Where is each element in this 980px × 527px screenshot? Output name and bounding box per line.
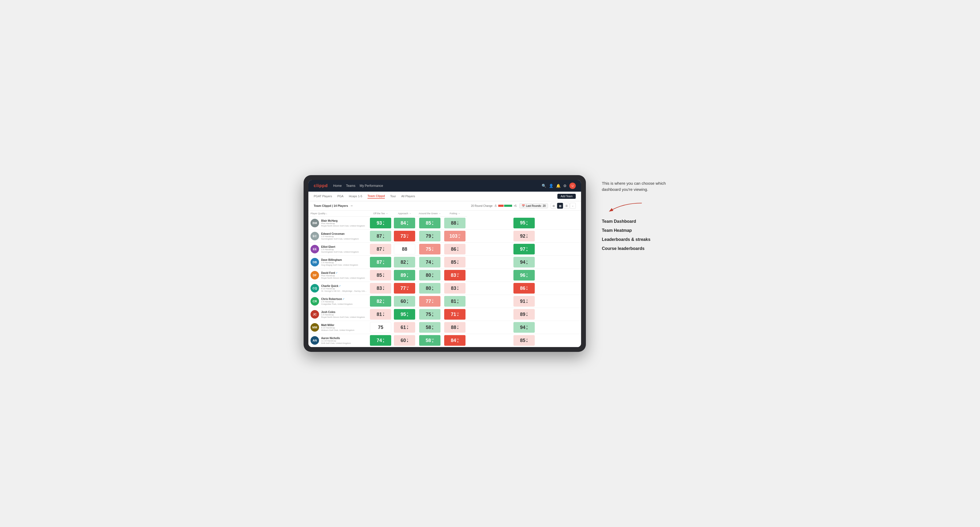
tab-tour[interactable]: Tour: [390, 195, 396, 198]
score-box: 824: [394, 257, 415, 268]
list-view-button[interactable]: ☰: [563, 203, 570, 209]
player-cell-3: DBDave Billingham1-5 HandicapGog Magog G…: [309, 256, 369, 269]
table-row[interactable]: EEElliot Ebert1-5 HandicapSunningdale Go…: [309, 243, 581, 256]
score-box: 823: [370, 296, 391, 306]
player-name: Dave Billingham: [321, 259, 366, 261]
change-min: -5: [494, 205, 497, 207]
table-row[interactable]: JCJosh Coles1-5 HandicapRoyal North Devo…: [309, 308, 581, 321]
up-arrow-icon: [457, 301, 459, 304]
table-row[interactable]: ANAaron Nicholls11-15 HandicapDrift Golf…: [309, 334, 581, 347]
table-row[interactable]: DBDave Billingham1-5 HandicapGog Magog G…: [309, 256, 581, 269]
add-team-button[interactable]: Add Team: [557, 194, 576, 199]
down-arrow-icon: [406, 288, 409, 290]
score-cell-around: 8310: [443, 269, 467, 282]
score-change: 7: [406, 273, 409, 278]
tab-bar: PGAT Players PGA Hcaps 1-5 Team Clippd T…: [309, 192, 581, 201]
up-arrow-icon: [526, 327, 528, 330]
down-arrow-icon: [432, 249, 434, 252]
team-name: Team Clippd | 14 Players: [314, 204, 348, 207]
down-arrow-icon: [382, 275, 385, 278]
table-row[interactable]: CQCharlie Quick ✓6-10 HandicapSt. George…: [309, 282, 581, 295]
change-value: 8: [432, 221, 433, 223]
up-arrow-icon: [382, 236, 385, 238]
change-value: 6: [457, 247, 458, 249]
change-value: 2: [526, 312, 527, 314]
tab-all-players[interactable]: All Players: [401, 195, 415, 198]
tab-pgat-players[interactable]: PGAT Players: [314, 195, 332, 198]
table-row[interactable]: CRChris Robertson ✓1-5 HandicapCraigmill…: [309, 295, 581, 308]
tab-pga[interactable]: PGA: [337, 195, 344, 198]
heatmap-view-button[interactable]: ▦: [557, 203, 563, 209]
score-box: 958: [394, 309, 415, 320]
score-value: 79: [426, 233, 431, 239]
table-row[interactable]: MMMatt Miller6-10 HandicapWoburn Golf Cl…: [309, 321, 581, 334]
score-change: 1: [457, 221, 459, 225]
table-row[interactable]: DFDavid Ford ✓Plus HandicapRoyal North D…: [309, 269, 581, 282]
edit-icon[interactable]: ✏: [351, 205, 353, 207]
score-cell-approach: 799: [417, 230, 443, 243]
score-value: 93: [377, 221, 382, 226]
dashboard-item-0: Team Dashboard: [602, 219, 676, 224]
up-arrow-icon: [526, 262, 528, 265]
player-avatar: JC: [310, 310, 319, 319]
view-icons: ⊞ ▦ ☰ ↓: [551, 203, 576, 209]
up-arrow-icon: [406, 275, 409, 278]
nav-home[interactable]: Home: [333, 184, 342, 187]
score-value: 71: [451, 312, 456, 317]
score-box: 871: [370, 231, 391, 241]
last-rounds-button[interactable]: 📅 Last Rounds: 20: [519, 203, 548, 208]
user-icon[interactable]: 👤: [549, 184, 554, 188]
score-value: 83: [451, 286, 456, 291]
score-cell-around: 836: [443, 282, 467, 295]
up-arrow-icon: [382, 340, 385, 343]
table-row[interactable]: BMBlair McHargPlus HandicapRoyal North D…: [309, 217, 581, 230]
score-value: 85: [520, 338, 525, 343]
change-value: 9: [432, 234, 433, 236]
down-arrow-icon: [526, 314, 528, 317]
table-row[interactable]: ECEdward Crossman1-5 HandicapSunningdale…: [309, 230, 581, 243]
player-club: Drift Golf Club, United Kingdom: [321, 342, 366, 344]
player-avatar: CR: [310, 297, 319, 306]
score-cell-tee: 958: [393, 308, 417, 321]
score-change: 10: [457, 273, 459, 278]
score-value: 80: [426, 273, 431, 278]
score-box: 7311: [394, 231, 415, 241]
score-value: 91: [520, 298, 525, 304]
score-value: 83: [377, 286, 382, 291]
bar-red: [498, 205, 504, 207]
nav-teams[interactable]: Teams: [346, 184, 355, 187]
nav-my-performance[interactable]: My Performance: [360, 184, 383, 187]
change-value: 1: [432, 260, 433, 262]
bell-icon[interactable]: 🔔: [556, 184, 561, 188]
score-value: 92: [520, 233, 525, 239]
change-max: +5: [514, 205, 517, 207]
score-cell-putting: 975: [467, 243, 581, 256]
settings-icon[interactable]: ⚙: [563, 184, 567, 188]
search-icon[interactable]: 🔍: [542, 184, 546, 188]
score-cell-tee: 824: [393, 256, 417, 269]
score-value: 88: [451, 325, 456, 330]
score-value: 85: [451, 259, 456, 265]
score-value: 89: [520, 312, 525, 317]
score-change: 2: [406, 299, 409, 304]
player-club: Sunningdale Golf Club, United Kingdom: [321, 251, 366, 253]
down-arrow-icon: [406, 327, 409, 330]
score-box: 8421: [444, 335, 466, 346]
player-name: Matt Miller: [321, 324, 366, 327]
team-info-bar: Team Clippd | 14 Players ✏ 20 Round Chan…: [309, 201, 581, 211]
tab-hcaps[interactable]: Hcaps 1-5: [349, 195, 362, 198]
change-value: 2: [407, 299, 408, 301]
score-value: 94: [520, 259, 525, 265]
export-button[interactable]: ↓: [570, 203, 576, 209]
change-value: 2: [457, 325, 458, 327]
table-header-row: Player Quality ↓ Off the Tee → Approach …: [309, 211, 581, 217]
score-box: 584: [419, 322, 441, 333]
tab-team-clippd[interactable]: Team Clippd: [368, 194, 385, 198]
avatar[interactable]: U: [570, 183, 576, 189]
change-value: 4: [526, 338, 527, 340]
score-value: 87: [377, 233, 382, 239]
score-change: 3: [526, 299, 528, 304]
score-box: 5810: [419, 335, 441, 346]
grid-view-button[interactable]: ⊞: [551, 203, 557, 209]
change-value: 2: [432, 312, 433, 314]
